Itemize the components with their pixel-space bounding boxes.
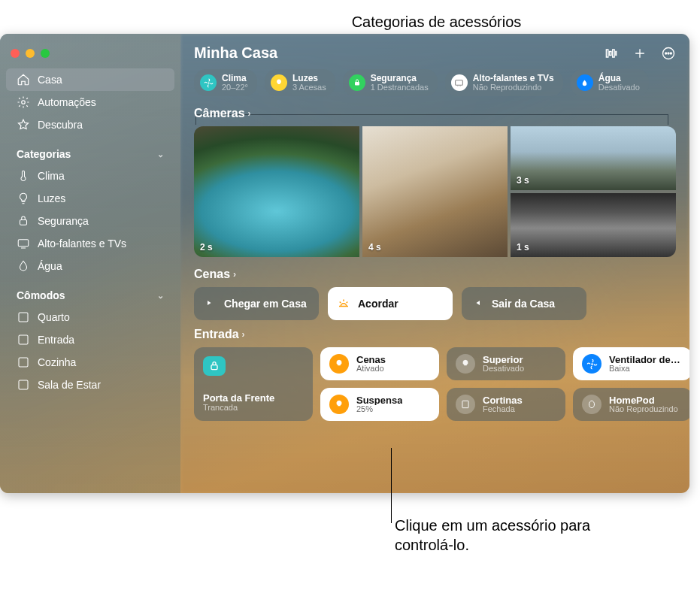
- section-cameras-title[interactable]: Câmeras ›: [194, 107, 676, 120]
- sidebar-item-label: Automações: [38, 96, 96, 108]
- section-scenes-title[interactable]: Cenas ›: [194, 268, 676, 281]
- room-icon: [17, 333, 30, 346]
- accessory-scenes[interactable]: CenasAtivado: [320, 347, 439, 380]
- category-pill-bulb[interactable]: Luzes3 Acesas: [265, 69, 335, 96]
- bulb-icon: [271, 74, 287, 91]
- zoom-button[interactable]: [41, 49, 50, 58]
- svg-point-11: [208, 82, 209, 83]
- tv-icon: [451, 74, 468, 91]
- camera-tile[interactable]: 1 s: [511, 193, 676, 257]
- camera-timestamp: 3 s: [517, 175, 529, 186]
- accessory-grid: Porta da Frente Trancada CenasAtivado: [194, 347, 676, 421]
- svg-rect-13: [456, 80, 463, 85]
- accessory-superior[interactable]: SuperiorDesativado: [447, 347, 565, 380]
- tile-sub: Não Reproduzindo: [609, 405, 678, 414]
- svg-point-19: [589, 401, 595, 407]
- cameras-grid: 2 s 3 s 4 s 1 s: [194, 126, 676, 257]
- tile-name: Suspensa: [356, 395, 402, 406]
- light-icon: [329, 395, 349, 414]
- svg-rect-3: [19, 313, 28, 322]
- pill-title: Alto-falantes e TVs: [473, 74, 554, 83]
- camera-tile[interactable]: 4 s: [362, 126, 508, 257]
- sidebar-item-security[interactable]: Segurança: [6, 210, 174, 232]
- chevron-down-icon: ⌄: [157, 291, 164, 301]
- chevron-right-icon: ›: [248, 108, 251, 119]
- accessory-homepod[interactable]: HomePodNão Reproduzindo: [573, 388, 689, 421]
- sidebar-item-discover[interactable]: Descubra: [6, 113, 174, 136]
- accessory-curtains[interactable]: CortinasFechada: [447, 388, 565, 421]
- category-pill-fan[interactable]: Clima20–22°: [194, 69, 257, 96]
- window-controls: [0, 41, 180, 68]
- gear-icon: [17, 95, 30, 109]
- camera-tile[interactable]: 3 s: [511, 126, 676, 190]
- minimize-button[interactable]: [26, 49, 35, 58]
- sidebar-item-room-bedroom[interactable]: Quarto: [6, 306, 174, 328]
- app-window: Casa Automações Descubra Categorias ⌄ Cl…: [0, 34, 689, 493]
- scene-sunrise[interactable]: Acordar: [328, 287, 453, 320]
- accessory-pendant[interactable]: Suspensa25%: [320, 388, 439, 421]
- add-button[interactable]: [632, 46, 647, 61]
- sidebar-item-water[interactable]: Água: [6, 255, 174, 277]
- sidebar-item-label: Cozinha: [38, 356, 76, 368]
- house-icon: [17, 73, 30, 86]
- svg-point-9: [668, 53, 669, 54]
- tile-name: Cortinas: [483, 395, 523, 406]
- scene-leave[interactable]: Sair da Casa: [462, 287, 586, 320]
- tile-name: Superior: [483, 355, 524, 365]
- section-room-title[interactable]: Entrada ›: [194, 328, 676, 341]
- tile-name: Cenas: [356, 355, 386, 365]
- pill-title: Água: [598, 74, 640, 83]
- sidebar-item-room-entry[interactable]: Entrada: [6, 328, 174, 351]
- camera-tile[interactable]: 2 s: [194, 126, 359, 257]
- tv-icon: [17, 237, 30, 250]
- room-icon: [17, 378, 30, 392]
- intercom-icon[interactable]: [604, 46, 619, 61]
- tile-name: Ventilador de Teto: [609, 355, 683, 365]
- sidebar-item-lights[interactable]: Luzes: [6, 187, 174, 210]
- camera-timestamp: 1 s: [517, 242, 529, 253]
- scene-label: Chegar em Casa: [224, 298, 307, 310]
- chevron-right-icon: ›: [242, 329, 245, 340]
- pill-title: Luzes: [292, 74, 326, 83]
- accessory-door[interactable]: Porta da Frente Trancada: [194, 347, 313, 421]
- callout-categories: Categorias de acessórios: [0, 14, 700, 31]
- lock-icon: [17, 214, 30, 228]
- accessory-fan[interactable]: Ventilador de TetoBaixa: [573, 347, 689, 380]
- sidebar-item-home[interactable]: Casa: [6, 68, 174, 91]
- pill-sub: 1 Destrancadas: [371, 83, 429, 92]
- svg-rect-16: [211, 365, 217, 370]
- category-pill-tv[interactable]: Alto-falantes e TVsNão Reproduzindo: [445, 69, 563, 96]
- category-pill-drop[interactable]: ÁguaDesativado: [571, 69, 649, 96]
- svg-point-17: [591, 363, 593, 365]
- drop-icon: [17, 259, 30, 273]
- close-button[interactable]: [11, 49, 20, 58]
- svg-point-0: [22, 101, 26, 104]
- main-content: Minha Casa Clima20–22°Luzes3 AcesasSegur…: [180, 34, 689, 493]
- sidebar-item-automations[interactable]: Automações: [6, 91, 174, 113]
- sidebar-item-label: Clima: [38, 170, 65, 182]
- chevron-down-icon: ⌄: [157, 150, 164, 159]
- tile-sub: 25%: [356, 405, 402, 414]
- camera-timestamp: 4 s: [368, 242, 381, 253]
- sidebar-item-room-kitchen[interactable]: Cozinha: [6, 351, 174, 374]
- pill-sub: Desativado: [598, 83, 640, 92]
- sidebar-section-categories[interactable]: Categorias ⌄: [6, 144, 174, 165]
- star-icon: [17, 118, 30, 132]
- sidebar-item-speakers-tvs[interactable]: Alto-falantes e TVs: [6, 232, 174, 255]
- tile-sub: Fechada: [483, 405, 523, 414]
- scene-arrive[interactable]: Chegar em Casa: [194, 287, 319, 320]
- room-icon: [17, 356, 30, 369]
- room-icon: [17, 310, 30, 324]
- leave-icon: [471, 296, 484, 312]
- light-icon: [329, 354, 349, 374]
- more-button[interactable]: [661, 46, 676, 61]
- sidebar-item-label: Descubra: [38, 119, 83, 131]
- category-pill-lock[interactable]: Segurança1 Destrancadas: [343, 69, 438, 96]
- sidebar-item-room-living[interactable]: Sala de Estar: [6, 374, 174, 396]
- camera-timestamp: 2 s: [200, 242, 213, 253]
- pill-sub: 3 Acesas: [292, 83, 326, 92]
- sidebar-item-climate[interactable]: Clima: [6, 165, 174, 187]
- sidebar-item-label: Quarto: [38, 311, 70, 323]
- scenes-row: Chegar em CasaAcordarSair da Casa: [194, 287, 676, 320]
- sidebar-section-rooms[interactable]: Cômodos ⌄: [6, 285, 174, 306]
